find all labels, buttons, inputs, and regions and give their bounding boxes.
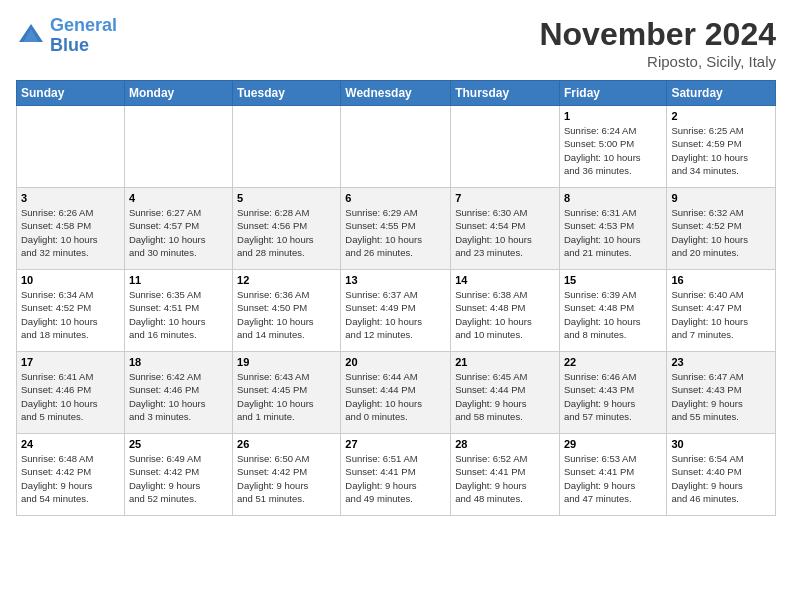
day-number: 22 — [564, 356, 662, 368]
table-row: 13Sunrise: 6:37 AM Sunset: 4:49 PM Dayli… — [341, 270, 451, 352]
day-info: Sunrise: 6:38 AM Sunset: 4:48 PM Dayligh… — [455, 288, 555, 341]
table-row: 29Sunrise: 6:53 AM Sunset: 4:41 PM Dayli… — [559, 434, 666, 516]
day-number: 12 — [237, 274, 336, 286]
day-info: Sunrise: 6:35 AM Sunset: 4:51 PM Dayligh… — [129, 288, 228, 341]
day-info: Sunrise: 6:49 AM Sunset: 4:42 PM Dayligh… — [129, 452, 228, 505]
table-row: 2Sunrise: 6:25 AM Sunset: 4:59 PM Daylig… — [667, 106, 776, 188]
day-number: 20 — [345, 356, 446, 368]
table-row: 8Sunrise: 6:31 AM Sunset: 4:53 PM Daylig… — [559, 188, 666, 270]
col-tuesday: Tuesday — [233, 81, 341, 106]
table-row: 17Sunrise: 6:41 AM Sunset: 4:46 PM Dayli… — [17, 352, 125, 434]
day-number: 26 — [237, 438, 336, 450]
title-block: November 2024 Riposto, Sicily, Italy — [539, 16, 776, 70]
day-info: Sunrise: 6:36 AM Sunset: 4:50 PM Dayligh… — [237, 288, 336, 341]
table-row: 9Sunrise: 6:32 AM Sunset: 4:52 PM Daylig… — [667, 188, 776, 270]
day-info: Sunrise: 6:48 AM Sunset: 4:42 PM Dayligh… — [21, 452, 120, 505]
header-row: Sunday Monday Tuesday Wednesday Thursday… — [17, 81, 776, 106]
logo: General Blue — [16, 16, 117, 56]
day-number: 9 — [671, 192, 771, 204]
week-row-2: 10Sunrise: 6:34 AM Sunset: 4:52 PM Dayli… — [17, 270, 776, 352]
table-row — [233, 106, 341, 188]
day-info: Sunrise: 6:27 AM Sunset: 4:57 PM Dayligh… — [129, 206, 228, 259]
table-row: 10Sunrise: 6:34 AM Sunset: 4:52 PM Dayli… — [17, 270, 125, 352]
table-row: 1Sunrise: 6:24 AM Sunset: 5:00 PM Daylig… — [559, 106, 666, 188]
day-number: 15 — [564, 274, 662, 286]
table-row: 20Sunrise: 6:44 AM Sunset: 4:44 PM Dayli… — [341, 352, 451, 434]
day-info: Sunrise: 6:43 AM Sunset: 4:45 PM Dayligh… — [237, 370, 336, 423]
day-number: 28 — [455, 438, 555, 450]
day-info: Sunrise: 6:46 AM Sunset: 4:43 PM Dayligh… — [564, 370, 662, 423]
day-info: Sunrise: 6:54 AM Sunset: 4:40 PM Dayligh… — [671, 452, 771, 505]
table-row — [17, 106, 125, 188]
day-number: 30 — [671, 438, 771, 450]
col-sunday: Sunday — [17, 81, 125, 106]
day-info: Sunrise: 6:39 AM Sunset: 4:48 PM Dayligh… — [564, 288, 662, 341]
day-info: Sunrise: 6:30 AM Sunset: 4:54 PM Dayligh… — [455, 206, 555, 259]
day-info: Sunrise: 6:29 AM Sunset: 4:55 PM Dayligh… — [345, 206, 446, 259]
day-info: Sunrise: 6:44 AM Sunset: 4:44 PM Dayligh… — [345, 370, 446, 423]
logo-text: General Blue — [50, 16, 117, 56]
day-number: 13 — [345, 274, 446, 286]
day-info: Sunrise: 6:25 AM Sunset: 4:59 PM Dayligh… — [671, 124, 771, 177]
col-friday: Friday — [559, 81, 666, 106]
day-number: 18 — [129, 356, 228, 368]
day-info: Sunrise: 6:31 AM Sunset: 4:53 PM Dayligh… — [564, 206, 662, 259]
day-number: 14 — [455, 274, 555, 286]
table-row: 19Sunrise: 6:43 AM Sunset: 4:45 PM Dayli… — [233, 352, 341, 434]
calendar-table: Sunday Monday Tuesday Wednesday Thursday… — [16, 80, 776, 516]
table-row: 3Sunrise: 6:26 AM Sunset: 4:58 PM Daylig… — [17, 188, 125, 270]
day-info: Sunrise: 6:28 AM Sunset: 4:56 PM Dayligh… — [237, 206, 336, 259]
day-info: Sunrise: 6:45 AM Sunset: 4:44 PM Dayligh… — [455, 370, 555, 423]
table-row: 11Sunrise: 6:35 AM Sunset: 4:51 PM Dayli… — [124, 270, 232, 352]
page: General Blue November 2024 Riposto, Sici… — [0, 0, 792, 612]
day-number: 1 — [564, 110, 662, 122]
day-info: Sunrise: 6:34 AM Sunset: 4:52 PM Dayligh… — [21, 288, 120, 341]
day-number: 23 — [671, 356, 771, 368]
day-number: 7 — [455, 192, 555, 204]
table-row: 12Sunrise: 6:36 AM Sunset: 4:50 PM Dayli… — [233, 270, 341, 352]
day-info: Sunrise: 6:52 AM Sunset: 4:41 PM Dayligh… — [455, 452, 555, 505]
table-row: 27Sunrise: 6:51 AM Sunset: 4:41 PM Dayli… — [341, 434, 451, 516]
table-row — [451, 106, 560, 188]
day-info: Sunrise: 6:32 AM Sunset: 4:52 PM Dayligh… — [671, 206, 771, 259]
table-row: 6Sunrise: 6:29 AM Sunset: 4:55 PM Daylig… — [341, 188, 451, 270]
table-row: 28Sunrise: 6:52 AM Sunset: 4:41 PM Dayli… — [451, 434, 560, 516]
table-row: 15Sunrise: 6:39 AM Sunset: 4:48 PM Dayli… — [559, 270, 666, 352]
col-thursday: Thursday — [451, 81, 560, 106]
day-number: 27 — [345, 438, 446, 450]
table-row: 25Sunrise: 6:49 AM Sunset: 4:42 PM Dayli… — [124, 434, 232, 516]
table-row: 7Sunrise: 6:30 AM Sunset: 4:54 PM Daylig… — [451, 188, 560, 270]
table-row: 26Sunrise: 6:50 AM Sunset: 4:42 PM Dayli… — [233, 434, 341, 516]
day-number: 8 — [564, 192, 662, 204]
table-row: 5Sunrise: 6:28 AM Sunset: 4:56 PM Daylig… — [233, 188, 341, 270]
week-row-0: 1Sunrise: 6:24 AM Sunset: 5:00 PM Daylig… — [17, 106, 776, 188]
logo-icon — [16, 21, 46, 51]
day-info: Sunrise: 6:51 AM Sunset: 4:41 PM Dayligh… — [345, 452, 446, 505]
day-number: 29 — [564, 438, 662, 450]
week-row-4: 24Sunrise: 6:48 AM Sunset: 4:42 PM Dayli… — [17, 434, 776, 516]
table-row: 22Sunrise: 6:46 AM Sunset: 4:43 PM Dayli… — [559, 352, 666, 434]
day-number: 21 — [455, 356, 555, 368]
day-number: 11 — [129, 274, 228, 286]
table-row: 23Sunrise: 6:47 AM Sunset: 4:43 PM Dayli… — [667, 352, 776, 434]
col-wednesday: Wednesday — [341, 81, 451, 106]
day-info: Sunrise: 6:50 AM Sunset: 4:42 PM Dayligh… — [237, 452, 336, 505]
col-saturday: Saturday — [667, 81, 776, 106]
table-row: 24Sunrise: 6:48 AM Sunset: 4:42 PM Dayli… — [17, 434, 125, 516]
day-number: 6 — [345, 192, 446, 204]
day-info: Sunrise: 6:47 AM Sunset: 4:43 PM Dayligh… — [671, 370, 771, 423]
week-row-3: 17Sunrise: 6:41 AM Sunset: 4:46 PM Dayli… — [17, 352, 776, 434]
day-info: Sunrise: 6:24 AM Sunset: 5:00 PM Dayligh… — [564, 124, 662, 177]
table-row: 14Sunrise: 6:38 AM Sunset: 4:48 PM Dayli… — [451, 270, 560, 352]
table-row: 18Sunrise: 6:42 AM Sunset: 4:46 PM Dayli… — [124, 352, 232, 434]
day-number: 16 — [671, 274, 771, 286]
day-number: 25 — [129, 438, 228, 450]
day-info: Sunrise: 6:40 AM Sunset: 4:47 PM Dayligh… — [671, 288, 771, 341]
table-row — [124, 106, 232, 188]
day-number: 3 — [21, 192, 120, 204]
table-row: 16Sunrise: 6:40 AM Sunset: 4:47 PM Dayli… — [667, 270, 776, 352]
day-number: 5 — [237, 192, 336, 204]
day-info: Sunrise: 6:41 AM Sunset: 4:46 PM Dayligh… — [21, 370, 120, 423]
day-number: 2 — [671, 110, 771, 122]
day-number: 17 — [21, 356, 120, 368]
